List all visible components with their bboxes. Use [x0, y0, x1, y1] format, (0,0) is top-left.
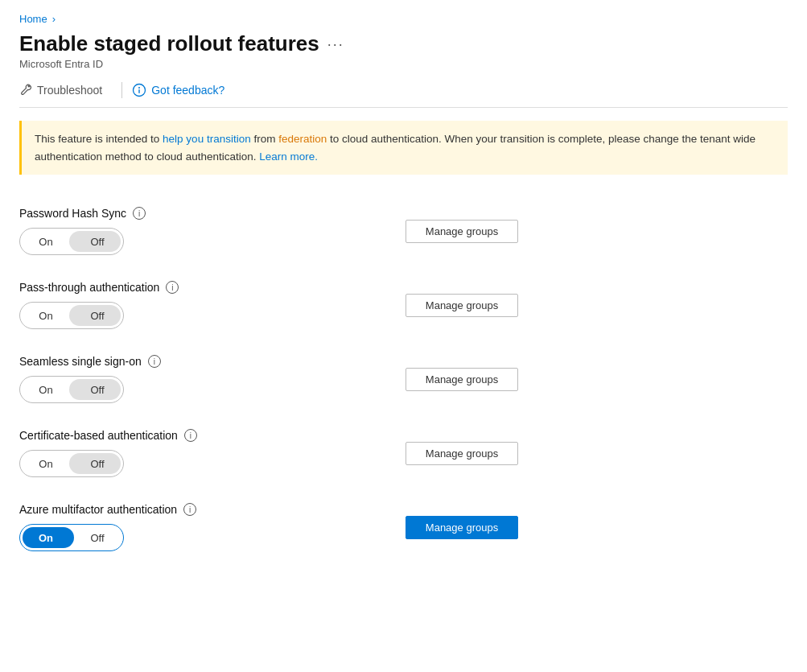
toggle-off-azure-mfa: Off — [72, 532, 123, 544]
feature-right-pass-through-auth: Manage groups — [357, 294, 788, 317]
toggle-cert-based-auth[interactable]: On Off — [19, 450, 124, 477]
feature-right-seamless-sso: Manage groups — [357, 368, 788, 391]
feature-label-row-pass-through-auth: Pass-through authentication i — [19, 281, 357, 294]
feature-left-seamless-sso: Seamless single sign-on i On Off — [19, 355, 357, 403]
feature-label-row-cert-based-auth: Certificate-based authentication i — [19, 429, 357, 442]
feedback-label: Got feedback? — [151, 84, 224, 97]
toolbar: Troubleshoot Got feedback? — [19, 80, 788, 108]
info-banner: This feature is intended to help you tra… — [19, 121, 788, 175]
feature-label-azure-mfa: Azure multifactor authentication — [19, 503, 177, 516]
toggle-on-password-hash-sync: On — [20, 236, 72, 248]
svg-point-1 — [138, 87, 140, 89]
svg-rect-2 — [139, 89, 140, 93]
manage-groups-button-pass-through-auth[interactable]: Manage groups — [406, 294, 518, 317]
toggle-off-password-hash-sync: Off — [72, 236, 123, 248]
manage-groups-button-cert-based-auth[interactable]: Manage groups — [406, 442, 518, 465]
manage-groups-button-azure-mfa[interactable]: Manage groups — [406, 516, 518, 539]
feature-label-row-azure-mfa: Azure multifactor authentication i — [19, 503, 357, 516]
info-icon-seamless-sso[interactable]: i — [148, 355, 161, 368]
feature-row: Azure multifactor authentication i On Of… — [19, 490, 788, 564]
page-title: Enable staged rollout features — [19, 31, 319, 56]
banner-highlight1: help you transition — [163, 133, 251, 145]
toolbar-divider — [121, 82, 122, 98]
feature-label-row-password-hash-sync: Password Hash Sync i — [19, 207, 357, 220]
feature-row: Pass-through authentication i On Off Man… — [19, 268, 788, 342]
toggle-azure-mfa[interactable]: On Off — [19, 524, 124, 551]
toggle-on-cert-based-auth: On — [20, 458, 72, 470]
feature-row: Seamless single sign-on i On Off Manage … — [19, 342, 788, 416]
toggle-off-pass-through-auth: Off — [72, 310, 123, 322]
feedback-button[interactable]: Got feedback? — [132, 80, 224, 101]
toggle-on-pass-through-auth: On — [20, 310, 72, 322]
feature-right-password-hash-sync: Manage groups — [357, 220, 788, 243]
feature-label-row-seamless-sso: Seamless single sign-on i — [19, 355, 357, 368]
feature-row: Certificate-based authentication i On Of… — [19, 416, 788, 490]
info-icon-password-hash-sync[interactable]: i — [133, 207, 146, 220]
troubleshoot-button[interactable]: Troubleshoot — [19, 80, 112, 100]
page-title-row: Enable staged rollout features ··· — [19, 31, 788, 58]
toggle-off-cert-based-auth: Off — [72, 458, 123, 470]
toggle-on-seamless-sso: On — [20, 384, 72, 396]
banner-highlight2: federation — [278, 133, 327, 145]
toggle-on-azure-mfa: On — [20, 532, 72, 544]
feedback-icon — [132, 83, 146, 97]
page-subtitle: Microsoft Entra ID — [19, 58, 788, 70]
toggle-pass-through-auth[interactable]: On Off — [19, 302, 124, 329]
toggle-seamless-sso[interactable]: On Off — [19, 376, 124, 403]
page-container: Home › Enable staged rollout features ··… — [0, 0, 807, 577]
feature-left-password-hash-sync: Password Hash Sync i On Off — [19, 207, 357, 255]
manage-groups-button-password-hash-sync[interactable]: Manage groups — [406, 220, 518, 243]
wrench-icon — [19, 84, 32, 97]
feature-right-azure-mfa: Manage groups — [357, 516, 788, 539]
info-icon-pass-through-auth[interactable]: i — [166, 281, 179, 294]
feature-label-password-hash-sync: Password Hash Sync — [19, 207, 126, 220]
banner-text: This feature is intended to help you tra… — [35, 133, 756, 163]
features-list: Password Hash Sync i On Off Manage group… — [19, 194, 788, 564]
manage-groups-button-seamless-sso[interactable]: Manage groups — [406, 368, 518, 391]
breadcrumb-home[interactable]: Home — [19, 13, 47, 25]
info-icon-azure-mfa[interactable]: i — [183, 503, 196, 516]
more-options-icon[interactable]: ··· — [327, 36, 344, 53]
toggle-off-seamless-sso: Off — [72, 384, 123, 396]
learn-more-link[interactable]: Learn more. — [259, 150, 318, 163]
feature-left-azure-mfa: Azure multifactor authentication i On Of… — [19, 503, 357, 551]
feature-row: Password Hash Sync i On Off Manage group… — [19, 194, 788, 268]
feature-label-seamless-sso: Seamless single sign-on — [19, 355, 142, 368]
feature-label-cert-based-auth: Certificate-based authentication — [19, 429, 178, 442]
breadcrumb: Home › — [19, 13, 788, 25]
info-icon-cert-based-auth[interactable]: i — [184, 429, 197, 442]
feature-left-pass-through-auth: Pass-through authentication i On Off — [19, 281, 357, 329]
breadcrumb-separator: › — [52, 13, 56, 25]
feature-right-cert-based-auth: Manage groups — [357, 442, 788, 465]
feature-left-cert-based-auth: Certificate-based authentication i On Of… — [19, 429, 357, 477]
feature-label-pass-through-auth: Pass-through authentication — [19, 281, 159, 294]
toggle-password-hash-sync[interactable]: On Off — [19, 228, 124, 255]
troubleshoot-label: Troubleshoot — [37, 84, 102, 97]
